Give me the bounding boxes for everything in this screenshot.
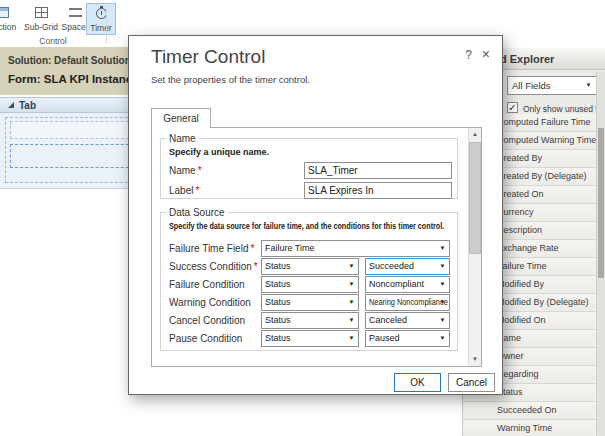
label-input[interactable]: [304, 182, 452, 199]
ribbon-button-timer[interactable]: Timer: [86, 3, 116, 35]
label-field-label: Label*: [169, 185, 199, 196]
cancel-button[interactable]: Cancel: [448, 373, 495, 392]
cancel-condition-label: Cancel Condition: [169, 315, 245, 326]
ribbon-button-section[interactable]: Section: [0, 3, 20, 35]
data-source-instruction: Specify the data source for failure time…: [169, 221, 444, 231]
dialog-content: Name Specify a unique name. Name* Label*…: [151, 127, 482, 367]
field-filter-select[interactable]: All Fields ▼: [507, 76, 597, 95]
dropdown-arrow-icon: ▼: [346, 277, 357, 292]
pause-condition-field-select[interactable]: Status ▼: [261, 330, 359, 347]
data-source-group: Data Source Specify the data source for …: [160, 207, 458, 351]
close-icon[interactable]: ×: [482, 46, 490, 62]
dropdown-arrow-icon: ▼: [437, 313, 448, 328]
failure-condition-field-select[interactable]: Status ▼: [261, 276, 359, 293]
field-list-item[interactable]: Warning Time: [463, 420, 596, 436]
field-list-scrollbar[interactable]: [596, 72, 605, 436]
scroll-up-icon[interactable]: ▲: [469, 128, 481, 141]
required-marker: *: [198, 165, 202, 176]
timer-icon: [96, 8, 107, 19]
ribbon-button-subgrid[interactable]: Sub-Grid: [20, 3, 62, 35]
warning-condition-label: Warning Condition: [169, 297, 251, 308]
ok-button[interactable]: OK: [394, 373, 441, 392]
name-group-legend: Name: [166, 133, 199, 144]
help-icon[interactable]: ?: [465, 48, 472, 62]
warning-condition-field-select[interactable]: Status ▼: [261, 294, 359, 311]
success-condition-label: Success Condition*: [169, 261, 258, 272]
solution-label: Solution: Default Solution: [8, 55, 131, 66]
failure-time-field-label: Failure Time Field*: [169, 243, 254, 254]
canvas-tab-label: Tab: [19, 100, 36, 111]
failure-time-field-select[interactable]: Failure Time ▼: [261, 240, 450, 257]
ribbon-button-label: Timer: [87, 23, 115, 33]
dropdown-arrow-icon: ▼: [437, 277, 448, 292]
field-filter-value: All Fields: [512, 77, 551, 94]
dropdown-arrow-icon: ▼: [346, 295, 357, 310]
tab-expander-icon: [8, 102, 14, 108]
required-marker: *: [195, 185, 199, 196]
scroll-down-icon[interactable]: ▼: [469, 353, 481, 366]
failure-condition-value-select[interactable]: Noncompliant ▼: [365, 276, 450, 293]
section-icon: [0, 7, 9, 18]
spacer-icon: [69, 8, 82, 17]
form-name-label: Form: SLA KPI Instance: [8, 73, 139, 85]
screen: Section Sub-Grid Spacer Timer Control So…: [0, 0, 605, 436]
dropdown-arrow-icon: ▼: [437, 259, 448, 274]
name-input[interactable]: [304, 162, 452, 179]
name-field-label: Name*: [169, 165, 202, 176]
cancel-condition-value-select[interactable]: Canceled ▼: [365, 312, 450, 329]
timer-control-dialog: Timer Control ? × Set the properties of …: [128, 35, 503, 395]
ribbon-button-label: Sub-Grid: [20, 22, 62, 32]
success-condition-field-select[interactable]: Status ▼: [261, 258, 359, 275]
dropdown-arrow-icon: ▼: [437, 241, 448, 256]
name-instruction: Specify a unique name.: [169, 147, 269, 157]
dialog-scrollbar[interactable]: ▲ ▼: [468, 128, 481, 366]
tab-general[interactable]: General: [151, 108, 211, 128]
required-marker: *: [250, 243, 254, 254]
dropdown-arrow-icon: ▼: [583, 77, 594, 94]
pause-condition-value-select[interactable]: Paused ▼: [365, 330, 450, 347]
scrollbar-thumb[interactable]: [598, 128, 604, 278]
dropdown-arrow-icon: ▼: [437, 295, 448, 310]
dropdown-arrow-icon: ▼: [437, 331, 448, 346]
ribbon-button-label: Section: [0, 22, 20, 32]
cancel-condition-field-select[interactable]: Status ▼: [261, 312, 359, 329]
dropdown-arrow-icon: ▼: [346, 331, 357, 346]
success-condition-value-select[interactable]: Succeeded ▼: [365, 258, 450, 275]
field-list-item[interactable]: Succeeded On: [463, 402, 596, 420]
dialog-title: Timer Control: [151, 46, 265, 68]
dropdown-arrow-icon: ▼: [346, 313, 357, 328]
name-group: Name Specify a unique name. Name* Label*: [160, 133, 458, 199]
failure-condition-label: Failure Condition: [169, 279, 245, 290]
pause-condition-label: Pause Condition: [169, 333, 242, 344]
scrollbar-thumb[interactable]: [469, 142, 481, 254]
dropdown-arrow-icon: ▼: [346, 259, 357, 274]
data-source-legend: Data Source: [166, 207, 228, 218]
unused-fields-checkbox[interactable]: ✓: [507, 102, 518, 113]
warning-condition-value-select[interactable]: Nearing Noncompliance ▼: [365, 294, 450, 311]
required-marker: *: [254, 261, 258, 272]
dialog-subtitle: Set the properties of the timer control.: [151, 74, 310, 85]
ribbon-group-divider: [106, 3, 107, 43]
subgrid-icon: [35, 7, 48, 18]
unused-fields-checkbox-label: Only show unused fields: [523, 104, 605, 114]
ribbon-group-label: Control: [0, 36, 106, 46]
